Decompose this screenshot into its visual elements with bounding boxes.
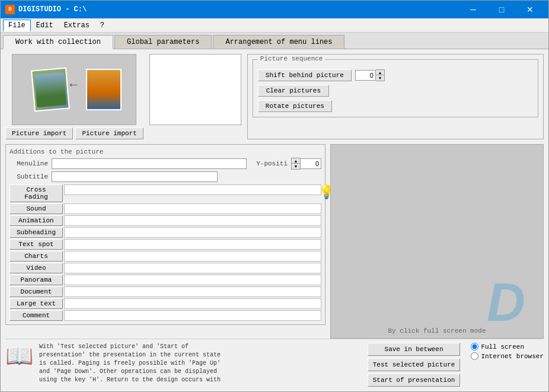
additions-section: Additions to the picture Menuline Y-posi… [5,144,325,325]
left-panel: Additions to the picture Menuline Y-posi… [5,144,325,339]
text-spot-btn[interactable]: Text spot [9,239,63,250]
minimize-button[interactable]: ─ [459,1,487,18]
ypositi-spinner-input[interactable] [301,158,321,169]
cross-fading-input[interactable] [64,184,321,195]
video-btn[interactable]: Video [9,263,63,273]
picture-import-btn-1[interactable]: Picture import [5,128,73,139]
shift-spinner-up[interactable]: ▲ [376,70,384,75]
picture-import-area: ← Picture import Picture import [5,54,143,139]
panorama-btn[interactable]: Panorama [9,275,63,285]
footer-description: With 'Test selected picture' and 'Start … [39,343,362,384]
animation-input[interactable] [64,215,321,226]
subtitle-input[interactable] [52,171,218,182]
animation-btn[interactable]: Animation [9,215,63,226]
ypositi-spinner-btns: ▲ ▼ [291,158,301,170]
video-input[interactable] [64,263,321,273]
menu-help[interactable]: ? [95,20,110,31]
subtitle-label: Subtitle [9,173,48,180]
pic-card-building [31,68,70,112]
top-section: ← Picture import Picture import Picture … [5,54,544,139]
sound-input[interactable] [64,203,321,214]
tab-global-parameters[interactable]: Global parameters [114,35,212,49]
menu-file[interactable]: File [3,20,31,31]
clear-row: Clear pictures [258,85,533,97]
large-text-btn[interactable]: Large text [9,298,63,309]
ypositi-label: Y-positi [256,160,288,167]
tabs-bar: Work with collection Global parameters A… [1,33,548,49]
menubar: File Edit Extras ? [1,18,548,33]
document-btn[interactable]: Document [9,286,63,297]
bottom-section: Additions to the picture Menuline Y-posi… [5,144,544,339]
fullscreen-label: Full screen [481,343,524,350]
subheading-input[interactable] [64,227,321,238]
tab-work-collection[interactable]: Work with collection [3,35,113,49]
maximize-button[interactable]: □ [488,1,515,18]
close-button[interactable]: ✕ [516,1,544,18]
footer-buttons: Save in between Test selected picture St… [368,343,461,387]
picture-stack: ← [21,60,127,119]
comment-input[interactable] [64,310,321,321]
shift-spinner-btns: ▲ ▼ [376,69,385,81]
tab-arrangement-menu[interactable]: Arrangement of menu lines [213,35,344,49]
shift-behind-picture-btn[interactable]: Shift behind picture [258,69,352,81]
start-of-presentation-btn[interactable]: Start of presentation [368,374,461,387]
cross-fading-btn[interactable]: Cross Fading [9,184,63,202]
subheading-btn[interactable]: Subheading [9,227,63,238]
rotate-row: Rotate pictures [258,100,533,112]
app-icon: D [5,5,15,14]
save-in-between-btn[interactable]: Save in between [368,343,461,356]
preview-area[interactable]: By click full screen mode D [330,144,544,339]
shift-spinner-input[interactable] [355,70,376,81]
svg-text:D: D [487,273,525,327]
clear-pictures-btn[interactable]: Clear pictures [258,85,329,97]
subtitle-row: Subtitle [9,171,321,182]
ypositi-spinner-down[interactable]: ▼ [292,164,300,169]
seq-controls: Shift behind picture ▲ ▼ Clear pictures [258,65,533,112]
footer-section: 📖 With 'Test selected picture' and 'Star… [5,339,544,387]
large-text-input[interactable] [64,298,321,309]
test-selected-picture-btn[interactable]: Test selected picture [368,358,461,371]
shift-spinner: ▲ ▼ [355,69,385,81]
main-window: D DIGISTUDIO - C:\ ─ □ ✕ File Edit Extra… [0,0,549,392]
charts-input[interactable] [64,251,321,262]
additions-label: Additions to the picture [9,148,321,155]
footer-radio-group: Full screen Internet browser [471,343,544,360]
comment-btn[interactable]: Comment [9,310,63,321]
document-input[interactable] [64,286,321,297]
charts-btn[interactable]: Charts [9,251,63,262]
picture-sequence-label: Picture sequence [258,55,325,62]
preview-text: By click full screen mode [388,327,486,334]
main-content: ← Picture import Picture import Picture … [1,49,548,391]
window-title: DIGISTUDIO - C:\ [18,5,87,14]
fullscreen-radio-row: Full screen [471,343,544,350]
titlebar-left: D DIGISTUDIO - C:\ [5,5,87,14]
sound-btn[interactable]: Sound [9,203,63,214]
internet-browser-label: Internet browser [481,353,544,360]
menu-edit[interactable]: Edit [31,20,59,31]
pic-card-sunset [86,69,122,110]
import-buttons: Picture import Picture import [5,128,143,139]
menu-extras[interactable]: Extras [59,20,95,31]
picture-preview-box: ← [12,54,136,125]
ypositi-spinner-up[interactable]: ▲ [292,158,300,164]
d-logo: D [487,273,534,329]
titlebar-controls: ─ □ ✕ [459,1,544,18]
menuline-row: Menuline Y-positi ▲ ▼ [9,158,321,170]
text-spot-input[interactable] [64,239,321,250]
footer-book-icon: 📖 [5,343,33,370]
ypositi-spinner: ▲ ▼ [291,158,321,170]
shift-spinner-down[interactable]: ▼ [376,75,384,81]
field-buttons-grid: Cross Fading Sound Animation Subheading … [9,184,321,321]
menuline-label: Menuline [9,160,48,167]
fullscreen-radio[interactable] [471,343,478,350]
titlebar: D DIGISTUDIO - C:\ ─ □ ✕ [1,1,548,18]
picture-sequence-box: Picture sequence Shift behind picture ▲ … [247,54,544,139]
internet-browser-radio-row: Internet browser [471,352,544,360]
picture-import-btn-2[interactable]: Picture import [75,128,143,139]
shift-row: Shift behind picture ▲ ▼ [258,69,533,81]
internet-browser-radio[interactable] [471,352,478,360]
panorama-input[interactable] [64,275,321,285]
menuline-input[interactable] [52,158,247,169]
rotate-pictures-btn[interactable]: Rotate pictures [258,100,332,112]
center-preview [149,54,241,125]
